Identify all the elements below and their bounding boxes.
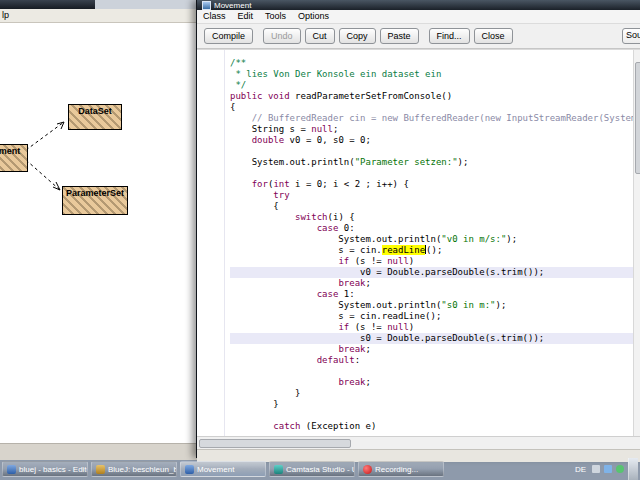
taskbar-button-label: Recording... [375, 465, 418, 474]
code-line[interactable]: break; [230, 278, 640, 289]
taskbar-button-label: Movement [197, 465, 234, 474]
bluej-icon [7, 465, 16, 474]
code-line[interactable]: s0 = Double.parseDouble(s.trim()); [230, 333, 640, 344]
tray-corner[interactable] [628, 458, 638, 480]
uses-arrows [0, 23, 197, 443]
taskbar-button-label: BlueJ: beschleun_b... [108, 465, 177, 474]
code-line[interactable]: break; [230, 344, 640, 355]
class-name: DataSet [69, 106, 121, 116]
code-line[interactable]: if (s != null) [230, 256, 640, 267]
code-line[interactable]: * lies Von Der Konsole ein dataset ein [230, 69, 640, 80]
taskbar-button-bluej-editor[interactable]: bluej - basics - Editor [2, 461, 88, 477]
code-line[interactable] [230, 366, 640, 377]
code-editor: /** * lies Von Der Konsole ein dataset e… [197, 49, 640, 436]
menu-options[interactable]: Options [292, 10, 335, 23]
code-line[interactable]: public void readParameterSetFromConsole(… [230, 91, 640, 102]
record-icon [363, 465, 372, 474]
code-line[interactable]: { [230, 201, 640, 212]
code-line[interactable]: if (s != null) [230, 322, 640, 333]
code-line[interactable]: System.out.println("s0 in m:"); [230, 300, 640, 311]
code-line[interactable]: System.out.println("v0 in m/s:"); [230, 234, 640, 245]
class-name: ParameterSet [63, 188, 127, 198]
menu-class[interactable]: Class [197, 10, 232, 23]
close-button[interactable]: Close [474, 28, 513, 44]
breakpoint-gutter[interactable] [197, 50, 225, 436]
code-line[interactable] [230, 168, 640, 179]
code-line[interactable]: /** [230, 58, 640, 69]
taskbar-button-recording[interactable]: Recording... [358, 461, 444, 477]
taskbar-button-camtasia[interactable]: Camtasia Studio - U... [269, 461, 355, 477]
window-icon [202, 1, 211, 10]
cut-button[interactable]: Cut [305, 28, 335, 44]
code-line[interactable]: switch(i) { [230, 212, 640, 223]
code-line[interactable] [230, 410, 640, 421]
code-line[interactable]: { [230, 102, 640, 113]
code-line[interactable]: try [230, 190, 640, 201]
code-line[interactable]: break; [230, 377, 640, 388]
editor-toolbar: Compile Undo Cut Copy Paste Find... Clos… [197, 24, 640, 49]
code-line[interactable]: String s = null; [230, 124, 640, 135]
editor-window: Movement Class Edit Tools Options Compil… [196, 0, 640, 458]
window-title: Movement [214, 1, 251, 10]
bluej-main-menubar: lp [0, 9, 197, 23]
menu-tools[interactable]: Tools [259, 10, 292, 23]
menu-edit[interactable]: Edit [232, 10, 260, 23]
code-line[interactable]: System.out.println("Parameter setzen:"); [230, 157, 640, 168]
taskbar-button-label: Camtasia Studio - U... [286, 465, 355, 474]
bluej-icon [96, 465, 105, 474]
class-diagram: DataSet Movement ParameterSet [0, 23, 197, 443]
code-line[interactable]: */ [230, 80, 640, 91]
bluej-main-titlebar[interactable] [0, 0, 197, 9]
tray-icon[interactable] [604, 465, 612, 473]
code-line[interactable]: default: [230, 355, 640, 366]
camtasia-icon [274, 465, 283, 474]
desktop: lp DataSet Movement ParameterSet [0, 0, 640, 480]
compile-button[interactable]: Compile [204, 28, 253, 44]
taskbar-button-label: bluej - basics - Editor [19, 465, 88, 474]
editor-menubar: Class Edit Tools Options [197, 10, 640, 24]
bluej-main-window[interactable]: lp DataSet Movement ParameterSet [0, 0, 197, 458]
code-line[interactable]: case 1: [230, 289, 640, 300]
code-line[interactable]: double v0 = 0, s0 = 0; [230, 135, 640, 146]
code-line[interactable]: // BufferedReader cin = new BufferedRead… [230, 113, 640, 124]
class-box-movement[interactable]: Movement [0, 144, 28, 172]
view-selector[interactable]: Sou [622, 28, 640, 44]
bluej-icon [185, 465, 194, 474]
paste-button[interactable]: Paste [380, 28, 419, 44]
code-line[interactable]: } [230, 388, 640, 399]
taskbar-button-movement[interactable]: Movement [180, 461, 266, 477]
menu-fragment[interactable]: lp [2, 10, 9, 20]
class-box-parameterset[interactable]: ParameterSet [62, 186, 128, 215]
horizontal-scrollbar[interactable] [197, 436, 640, 449]
system-tray: DE [573, 458, 638, 480]
language-indicator[interactable]: DE [573, 465, 588, 474]
horizontal-scrollbar-thumb[interactable] [199, 439, 351, 448]
code-line[interactable]: catch (Exception e) [230, 421, 640, 432]
taskbar: bluej - basics - Editor BlueJ: beschleun… [0, 458, 640, 480]
code-line[interactable] [230, 146, 640, 157]
vertical-scrollbar[interactable] [633, 50, 640, 436]
class-box-dataset[interactable]: DataSet [68, 104, 122, 130]
code-line[interactable]: case 0: [230, 223, 640, 234]
editor-titlebar[interactable]: Movement [197, 0, 640, 10]
undo-button[interactable]: Undo [263, 28, 301, 44]
code-area[interactable]: /** * lies Von Der Konsole ein dataset e… [225, 50, 640, 436]
code-line[interactable]: } [230, 399, 640, 410]
code-line[interactable]: s = cin.readLine(); [230, 245, 640, 256]
taskbar-button-bluej-project[interactable]: BlueJ: beschleun_b... [91, 461, 177, 477]
copy-button[interactable]: Copy [339, 28, 376, 44]
class-name: Movement [0, 146, 27, 156]
vertical-scrollbar-thumb[interactable] [635, 62, 640, 174]
code-line[interactable]: s = cin.readLine(); [230, 311, 640, 322]
tray-icon[interactable] [616, 465, 624, 473]
tray-icon[interactable] [592, 465, 600, 473]
code-line[interactable]: for(int i = 0; i < 2 ; i++) { [230, 179, 640, 190]
code-line[interactable]: v0 = Double.parseDouble(s.trim()); [230, 267, 640, 278]
find-button[interactable]: Find... [429, 28, 470, 44]
